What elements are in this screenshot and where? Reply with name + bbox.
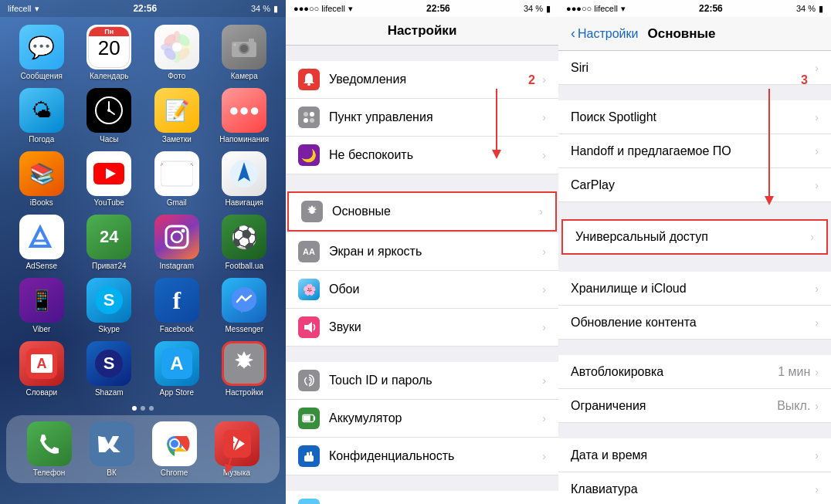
messenger-svg	[229, 285, 259, 316]
app-label-slovari: Словари	[25, 388, 57, 397]
app-icon-facebook[interactable]: f	[154, 278, 199, 323]
app-item-instagram[interactable]: Instagram	[147, 215, 207, 270]
settings-row-battery[interactable]: Аккумулятор ›	[286, 400, 558, 438]
app-label-shazam: Shazam	[95, 388, 124, 397]
app-label-settings: Настройки	[226, 388, 263, 397]
app-icon-weather[interactable]: 🌤	[19, 88, 64, 133]
app-icon-camera[interactable]	[222, 25, 266, 69]
dock-vk[interactable]: ВК	[90, 421, 134, 477]
app-icon-slovari[interactable]: A	[19, 341, 64, 386]
app-icon-gmail[interactable]	[154, 151, 199, 196]
settings-row-control[interactable]: Пункт управления ›	[286, 99, 558, 137]
back-button[interactable]: ‹ Настройки	[571, 25, 638, 42]
datetime-chevron: ›	[815, 449, 819, 462]
battery: 34 %	[251, 4, 270, 13]
app-item-appstore[interactable]: A App Store	[147, 341, 207, 397]
app-item-messenger[interactable]: Messenger	[215, 278, 275, 333]
app-item-weather[interactable]: 🌤 Погода	[12, 88, 72, 144]
app-icon-navigation[interactable]	[222, 151, 266, 196]
settings-title: Настройки	[388, 23, 457, 38]
app-label-football: Football.ua	[226, 262, 263, 270]
app-item-clock[interactable]: Часы	[80, 88, 140, 144]
app-item-youtube[interactable]: YouTube	[80, 151, 140, 207]
settings-row-notifications[interactable]: Уведомления ›	[286, 61, 558, 99]
app-item-reminders[interactable]: ●●● Напоминания	[215, 88, 275, 144]
app-item-skype[interactable]: S Skype	[80, 278, 140, 333]
app-item-viber[interactable]: 📱 Viber	[12, 278, 72, 333]
display-icon: AA	[298, 241, 320, 262]
app-icon-adsense[interactable]	[19, 215, 64, 259]
dock-icon-chrome[interactable]	[152, 421, 197, 466]
settings3-row-restrictions[interactable]: Ограничения Выкл. ›	[558, 389, 831, 423]
calendar-icon-special: Пн 20	[88, 26, 130, 68]
general-label: Основные	[332, 205, 539, 218]
app-icon-appstore[interactable]: A	[154, 341, 199, 386]
app-item-shazam[interactable]: S Shazam	[80, 341, 140, 397]
svg-marker-52	[304, 322, 312, 333]
settings3-row-siri[interactable]: Siri ›	[558, 51, 831, 85]
app-item-notes[interactable]: 📝 Заметки	[147, 88, 207, 144]
app-icon-youtube[interactable]	[86, 151, 131, 196]
app-item-camera[interactable]: Камера	[215, 25, 275, 80]
app-icon-skype[interactable]: S	[86, 278, 131, 323]
app-item-messages[interactable]: 💬 Сообщения	[12, 25, 72, 80]
app-icon-reminders[interactable]: ●●●	[222, 88, 266, 133]
app-icon-privat24[interactable]: 24	[86, 215, 131, 259]
battery-chevron: ›	[542, 412, 546, 425]
app-icon-clock[interactable]	[86, 88, 131, 133]
settings3-row-autolock[interactable]: Автоблокировка 1 мин ›	[558, 355, 831, 389]
settings3-row-content[interactable]: Обновление контента ›	[558, 306, 831, 340]
app-item-privat24[interactable]: 24 Приват24	[80, 215, 140, 270]
app-item-navigation[interactable]: Навигация	[215, 151, 275, 207]
app-label-notes: Заметки	[162, 135, 192, 144]
app-icon-notes[interactable]: 📝	[154, 88, 199, 133]
app-icon-ibooks[interactable]: 📚	[19, 151, 64, 196]
settings3-row-universal[interactable]: Универсальный доступ ›	[561, 219, 828, 255]
autolock-label: Автоблокировка	[571, 365, 778, 379]
app-icon-photos[interactable]	[154, 25, 199, 69]
app-item-slovari[interactable]: A Словари	[12, 341, 72, 397]
app-item-ibooks[interactable]: 📚 iBooks	[12, 151, 72, 207]
settings-row-icloud[interactable]: iCloud ›	[286, 491, 558, 504]
settings-row-dnd[interactable]: 🌙 Не беспокоить ›	[286, 137, 558, 174]
app-item-settings[interactable]: Настройки	[215, 341, 275, 397]
carplay-chevron: ›	[815, 179, 819, 191]
app-icon-viber[interactable]: 📱	[19, 278, 64, 323]
battery-2: 34 %	[524, 4, 543, 13]
settings3-row-datetime[interactable]: Дата и время ›	[558, 438, 831, 472]
app-icon-shazam[interactable]: S	[86, 341, 131, 386]
settings-row-touchid[interactable]: Touch ID и пароль ›	[286, 362, 558, 400]
settings3-row-carplay[interactable]: CarPlay ›	[558, 168, 831, 202]
dock-icon-vk[interactable]	[90, 421, 134, 466]
dock-phone[interactable]: Телефон	[27, 421, 72, 477]
content-label: Обновление контента	[571, 316, 815, 330]
settings3-row-handoff[interactable]: Handoff и предлагаемое ПО ›	[558, 134, 831, 168]
app-label-photos: Фото	[168, 72, 185, 80]
app-icon-settings[interactable]	[222, 341, 266, 386]
dock-chrome[interactable]: Chrome	[152, 421, 197, 477]
app-icon-football[interactable]: ⚽	[222, 215, 266, 259]
app-item-gmail[interactable]: Gmail	[147, 151, 207, 207]
app-icon-messenger[interactable]	[222, 278, 266, 323]
status-left: lifecell ▾	[8, 4, 39, 14]
settings3-row-spotlight[interactable]: Поиск Spotlight ›	[558, 100, 831, 134]
app-item-photos[interactable]: Фото	[147, 25, 207, 80]
settings-row-wallpaper[interactable]: 🌸 Обои ›	[286, 271, 558, 309]
settings-row-privacy[interactable]: Конфиденциальность ›	[286, 438, 558, 475]
app-item-facebook[interactable]: f Facebook	[147, 278, 207, 333]
settings3-row-keyboard[interactable]: Клавиатура ›	[558, 472, 831, 504]
app-icon-instagram[interactable]	[154, 215, 199, 259]
app-item-football[interactable]: ⚽ Football.ua	[215, 215, 275, 270]
app-item-calendar[interactable]: Пн 20 Календарь	[80, 25, 140, 80]
app-icon-messages[interactable]: 💬	[19, 25, 64, 69]
general-icon	[301, 201, 323, 222]
general-title: Основные	[647, 26, 715, 42]
dock-icon-phone[interactable]	[27, 421, 72, 466]
settings-row-display[interactable]: AA Экран и яркость ›	[286, 233, 558, 271]
app-item-adsense[interactable]: AdSense	[12, 215, 72, 270]
settings-row-sounds[interactable]: Звуки ›	[286, 309, 558, 347]
settings-row-general[interactable]: Основные ›	[287, 191, 557, 232]
app-icon-calendar[interactable]: Пн 20	[86, 25, 131, 69]
status-left-3: ●●●○○ lifecell ▾	[566, 4, 626, 14]
settings3-row-storage[interactable]: Хранилище и iCloud ›	[558, 272, 831, 306]
